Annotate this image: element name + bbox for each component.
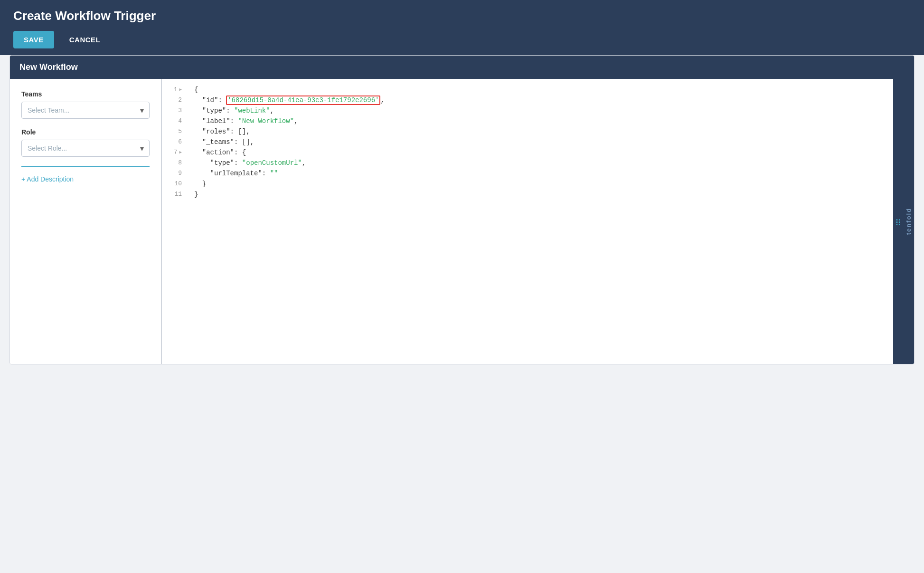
line-number-9: 9 bbox=[178, 168, 182, 179]
role-select[interactable]: Select Role... bbox=[21, 140, 150, 157]
save-button[interactable]: SAVE bbox=[13, 31, 54, 48]
line-number-4: 4 bbox=[178, 116, 182, 126]
code-line-6: "_teams": [], bbox=[194, 137, 906, 147]
line-number-6: 6 bbox=[178, 137, 182, 147]
brand-sidebar: tenfold ⠿ bbox=[893, 79, 914, 364]
line-number-2: 2 bbox=[178, 95, 182, 105]
teams-field-group: Teams Select Team... ▾ bbox=[21, 90, 150, 119]
role-select-wrapper: Select Role... ▾ bbox=[21, 140, 150, 157]
code-line-5: "roles": [], bbox=[194, 126, 906, 137]
main-content: New Workflow Teams Select Team... ▾ Role bbox=[0, 55, 924, 374]
code-editor: 1 ▶ 2 3 4 5 6 7 ▶ 8 9 1 bbox=[162, 79, 914, 205]
line-number-10: 10 bbox=[174, 179, 182, 189]
id-value-highlighted: '68269d15-0a4d-41ea-93c3-1fe1792e2696' bbox=[226, 96, 380, 105]
workflow-panel-title: New Workflow bbox=[19, 62, 78, 72]
role-field-group: Role Select Role... ▾ bbox=[21, 128, 150, 157]
workflow-panel: New Workflow Teams Select Team... ▾ Role bbox=[9, 55, 915, 364]
left-panel: Teams Select Team... ▾ Role Select Role.… bbox=[10, 79, 162, 364]
code-line-9: "urlTemplate": "" bbox=[194, 168, 906, 179]
line-numbers: 1 ▶ 2 3 4 5 6 7 ▶ 8 9 1 bbox=[162, 85, 187, 200]
toolbar: SAVE CANCEL bbox=[13, 31, 911, 48]
code-line-2: "id": '68269d15-0a4d-41ea-93c3-1fe1792e2… bbox=[194, 95, 906, 105]
code-line-4: "label": "New Workflow", bbox=[194, 116, 906, 126]
add-description-link[interactable]: + Add Description bbox=[21, 175, 74, 183]
line-number-5: 5 bbox=[178, 126, 182, 137]
line-number-11: 11 bbox=[174, 189, 182, 200]
line-number-7: 7 ▶ bbox=[174, 147, 182, 158]
fold-arrow-icon: ▶ bbox=[179, 85, 182, 95]
workflow-panel-header: New Workflow bbox=[10, 56, 914, 79]
code-content: { "id": '68269d15-0a4d-41ea-93c3-1fe1792… bbox=[187, 85, 914, 200]
teams-select[interactable]: Select Team... bbox=[21, 102, 150, 119]
code-line-7: "action": { bbox=[194, 147, 906, 158]
page-title: Create Workflow Trigger bbox=[13, 9, 911, 23]
line-number-3: 3 bbox=[178, 105, 182, 116]
code-line-11: } bbox=[194, 189, 906, 200]
line-number-8: 8 bbox=[178, 158, 182, 168]
code-line-10: } bbox=[194, 179, 906, 189]
teams-select-wrapper: Select Team... ▾ bbox=[21, 102, 150, 119]
role-label: Role bbox=[21, 128, 150, 136]
code-line-1: { bbox=[194, 85, 906, 95]
line-number-1: 1 ▶ bbox=[174, 85, 182, 95]
code-editor-panel[interactable]: 1 ▶ 2 3 4 5 6 7 ▶ 8 9 1 bbox=[162, 79, 914, 364]
cancel-button[interactable]: CANCEL bbox=[62, 31, 108, 48]
section-divider bbox=[21, 166, 150, 167]
code-line-8: "type": "openCustomUrl", bbox=[194, 158, 906, 168]
brand-icon: ⠿ bbox=[895, 218, 901, 228]
fold-arrow-icon-2: ▶ bbox=[179, 147, 182, 158]
page-header: Create Workflow Trigger SAVE CANCEL bbox=[0, 0, 924, 55]
workflow-body: Teams Select Team... ▾ Role Select Role.… bbox=[10, 79, 914, 364]
code-line-3: "type": "webLink", bbox=[194, 105, 906, 116]
teams-label: Teams bbox=[21, 90, 150, 98]
brand-text: tenfold bbox=[905, 208, 912, 235]
